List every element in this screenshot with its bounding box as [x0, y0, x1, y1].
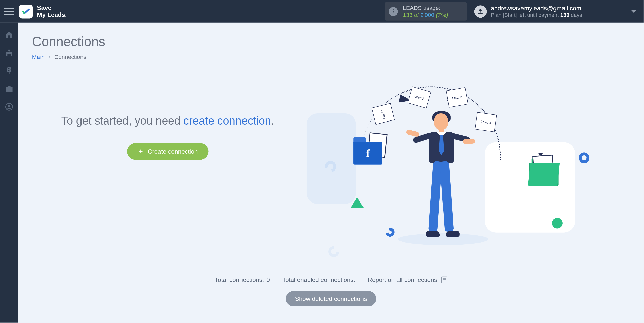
plan-suffix: days	[569, 12, 582, 18]
briefcase-icon	[5, 85, 13, 93]
check-icon	[21, 7, 30, 16]
sidebar-item-connections[interactable]	[5, 48, 14, 57]
stat-total-label: Total connections:	[215, 276, 264, 283]
plan-days: 139	[560, 12, 569, 18]
stat-report: Report on all connections:	[368, 276, 447, 283]
leads-total: 2'000	[420, 11, 434, 18]
plus-icon: ＋	[138, 148, 144, 155]
illustration: f Lead 1 Lead 2 Lead 3 Lead 4	[303, 89, 631, 266]
leads-used: 133	[403, 11, 412, 18]
sitemap-icon	[5, 49, 13, 57]
cta-prefix: To get started, you need	[61, 115, 184, 127]
deleted-button-wrap: Show deleted connections	[18, 291, 644, 306]
stat-enabled: Total enabled connections:	[282, 276, 355, 283]
facebook-f: f	[366, 147, 370, 159]
spinner-icon	[326, 244, 341, 259]
triangle-icon	[351, 197, 364, 208]
svg-rect-2	[6, 54, 7, 56]
leads-usage-label: LEADS usage:	[403, 4, 448, 11]
person-illustration	[417, 113, 466, 249]
empty-state: To get started, you need create connecti…	[32, 89, 630, 266]
green-folder-icon	[529, 163, 559, 186]
sidebar	[0, 23, 18, 323]
user-block[interactable]: andrewsavemyleads@gmail.com Plan |Start|…	[474, 4, 582, 18]
user-menu-toggle[interactable]	[582, 10, 636, 13]
plan-prefix: Plan |Start| left until payment	[491, 12, 560, 18]
sidebar-item-business[interactable]	[5, 84, 14, 93]
leads-of: of	[414, 11, 419, 18]
file-icon[interactable]	[441, 276, 447, 283]
lead-paper: Lead 4	[475, 112, 497, 132]
svg-rect-1	[8, 50, 10, 51]
top-header: Save My Leads. i LEADS usage: 133 of 2'0…	[0, 0, 644, 23]
svg-rect-3	[11, 54, 12, 56]
sidebar-item-account[interactable]	[5, 102, 14, 111]
info-icon: i	[389, 7, 398, 16]
spinner-icon	[384, 226, 396, 238]
svg-point-7	[8, 105, 10, 107]
menu-toggle-icon[interactable]	[3, 6, 15, 17]
lead-paper: Lead 3	[446, 87, 468, 108]
cta-suffix: .	[271, 115, 274, 127]
chevron-down-icon	[631, 10, 636, 13]
facebook-folder-icon: f	[353, 142, 382, 164]
brand-name: Save My Leads.	[37, 5, 67, 18]
main-content: Connections Main / Connections To get st…	[18, 23, 644, 323]
stat-enabled-label: Total enabled connections:	[282, 276, 355, 283]
stat-total-value: 0	[266, 276, 270, 283]
dot-icon	[552, 218, 562, 228]
leads-pct: (7%)	[436, 11, 448, 18]
dollar-icon	[5, 67, 13, 75]
svg-point-0	[479, 9, 482, 11]
user-plan: Plan |Start| left until payment 139 days	[491, 12, 582, 18]
user-email: andrewsavemyleads@gmail.com	[491, 4, 582, 12]
cta-column: To get started, you need create connecti…	[32, 89, 303, 160]
leads-usage-text: LEADS usage: 133 of 2'000 (7%)	[403, 4, 448, 18]
leads-usage-card[interactable]: i LEADS usage: 133 of 2'000 (7%)	[385, 2, 467, 21]
page-title: Connections	[32, 34, 630, 49]
show-deleted-button[interactable]: Show deleted connections	[286, 291, 376, 306]
illus-card-left	[307, 113, 356, 204]
sidebar-item-home[interactable]	[5, 30, 14, 39]
cta-text: To get started, you need create connecti…	[32, 113, 303, 129]
breadcrumb-sep: /	[49, 53, 50, 60]
breadcrumb: Main / Connections	[32, 53, 630, 60]
breadcrumb-current: Connections	[54, 53, 86, 60]
user-icon	[5, 103, 13, 111]
brand-logo[interactable]	[19, 4, 33, 18]
cta-link[interactable]: create connection	[183, 115, 271, 127]
breadcrumb-main-link[interactable]: Main	[32, 53, 45, 60]
stat-report-label: Report on all connections:	[368, 276, 439, 283]
sidebar-item-billing[interactable]	[5, 66, 14, 75]
stat-total: Total connections: 0	[215, 276, 270, 283]
brand-line1: Save	[37, 5, 67, 11]
home-icon	[5, 30, 13, 39]
create-connection-button[interactable]: ＋ Create connection	[127, 143, 209, 160]
create-button-label: Create connection	[148, 148, 198, 155]
svg-rect-4	[6, 87, 12, 91]
ring-icon	[579, 152, 589, 163]
avatar-icon	[474, 5, 487, 17]
brand-line2: My Leads.	[37, 11, 67, 18]
stats-row: Total connections: 0 Total enabled conne…	[18, 276, 644, 283]
user-text: andrewsavemyleads@gmail.com Plan |Start|…	[491, 4, 582, 18]
